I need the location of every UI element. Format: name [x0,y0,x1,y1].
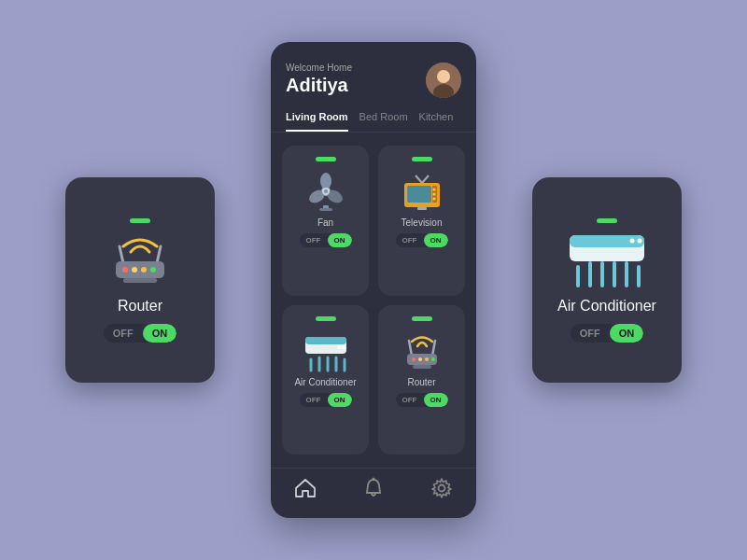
television-name: Television [402,217,443,228]
ac-side-toggle[interactable]: OFF ON [571,324,644,343]
svg-line-1 [157,246,161,263]
svg-point-26 [432,198,435,201]
avatar[interactable] [426,63,461,98]
svg-point-25 [432,193,435,196]
svg-point-5 [141,267,147,273]
ac-side-toggle-on[interactable]: ON [610,324,644,343]
ac-toggle-off[interactable]: OFF [300,393,328,407]
fan-toggle[interactable]: OFF ON [300,233,352,247]
ac-side-icon [570,232,644,288]
ac-card: Air Conditioner OFF ON [282,305,369,455]
ac-side-toggle-off[interactable]: OFF [571,324,610,343]
television-card: Television OFF ON [378,146,465,296]
svg-point-41 [418,357,422,361]
svg-point-47 [439,485,445,492]
phone-header: Welcome Home Aditiya [271,42,476,107]
svg-line-19 [416,175,422,183]
svg-rect-44 [413,365,431,369]
svg-point-35 [337,345,341,349]
device-grid: Fan OFF ON [271,133,476,468]
television-toggle-on[interactable]: ON [424,233,448,247]
svg-rect-22 [407,186,431,203]
router-side-toggle-off[interactable]: OFF [104,324,143,343]
svg-point-42 [425,357,429,361]
ac-name: Air Conditioner [294,377,356,387]
fan-toggle-off[interactable]: OFF [300,233,328,247]
router-status-dot [130,218,150,223]
television-toggle-off[interactable]: OFF [396,233,424,247]
tab-living-room[interactable]: Living Room [286,111,348,132]
svg-point-50 [630,238,635,243]
ac-status-dot [316,316,336,321]
router-card-toggle-off[interactable]: OFF [396,393,424,407]
fan-status-dot [316,157,336,161]
bottom-nav [271,468,476,518]
svg-point-46 [373,478,375,481]
svg-rect-18 [319,208,332,211]
bell-nav-icon[interactable] [364,478,383,503]
ac-side-name: Air Conditioner [557,298,656,315]
fan-icon [302,171,350,212]
svg-point-16 [324,189,328,193]
router-side-card: Router OFF ON [65,177,215,383]
tab-bed-room[interactable]: Bed Room [359,111,408,132]
scene: Router OFF ON Welcome Home Aditiya [0,0,747,560]
home-nav-icon[interactable] [295,479,316,502]
svg-point-4 [132,267,137,273]
television-icon [398,171,446,212]
svg-line-38 [432,341,435,356]
router-side-name: Router [118,298,162,315]
television-toggle[interactable]: OFF ON [396,233,448,247]
svg-point-9 [437,70,450,83]
svg-point-3 [122,267,128,273]
svg-point-24 [432,189,435,191]
ac-side-card: Air Conditioner OFF ON [532,177,682,383]
fan-name: Fan [317,217,333,228]
svg-point-40 [412,357,416,361]
ac-side-status-dot [597,218,617,223]
ac-toggle[interactable]: OFF ON [300,393,352,407]
svg-line-37 [409,341,412,356]
svg-rect-7 [123,278,157,283]
svg-rect-29 [305,337,346,344]
fan-toggle-on[interactable]: ON [328,233,352,247]
router-icon [103,232,177,288]
ac-icon [302,330,350,371]
phone-panel: Welcome Home Aditiya Living Room Bed Roo… [271,42,476,518]
greeting-text: Welcome Home [286,63,352,73]
tab-kitchen[interactable]: Kitchen [419,111,454,132]
fan-card: Fan OFF ON [282,146,369,296]
router-side-toggle-on[interactable]: ON [143,324,177,343]
svg-line-0 [120,246,123,263]
svg-point-51 [638,238,642,243]
svg-line-20 [422,175,429,183]
router-card: Router OFF ON [378,305,465,455]
svg-rect-27 [417,207,427,210]
user-name: Aditiya [286,75,352,96]
gear-nav-icon[interactable] [431,478,452,503]
television-status-dot [412,157,432,161]
tabs: Living Room Bed Room Kitchen [271,107,476,133]
router-side-toggle[interactable]: OFF ON [104,324,177,343]
svg-point-43 [431,357,435,361]
router-card-toggle[interactable]: OFF ON [396,393,448,407]
svg-point-36 [342,345,345,349]
router-card-toggle-on[interactable]: ON [424,393,448,407]
svg-point-6 [150,267,156,273]
router-card-name: Router [407,377,435,387]
router-card-status-dot [412,316,432,321]
ac-toggle-on[interactable]: ON [328,393,352,407]
svg-point-12 [320,173,331,189]
avatar-face [426,63,461,98]
router-card-icon [398,330,446,371]
